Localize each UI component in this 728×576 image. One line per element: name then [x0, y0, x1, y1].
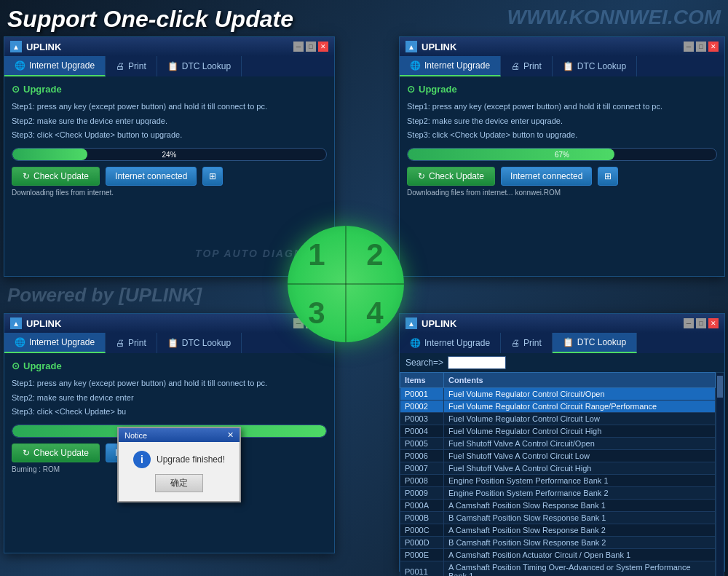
dtc-content-cell: Fuel Volume Regulator Control Circuit/Op… [444, 388, 716, 401]
search-label: Search=> [405, 358, 443, 368]
tab-dtc-1[interactable]: 📋 DTC Lookup [157, 56, 242, 76]
dtc-item-cell: P0008 [400, 475, 444, 487]
table-row[interactable]: P0007Fuel Shutoff Valve A Control Circui… [400, 462, 716, 475]
scroll-thumb[interactable] [717, 376, 723, 398]
title-bar-2: ▲ UPLINK ─ □ ✕ [400, 37, 724, 56]
dtc-item-cell: P000A [400, 500, 444, 512]
table-row[interactable]: P0003Fuel Volume Regulator Control Circu… [400, 413, 716, 425]
minimize-btn-2[interactable]: ─ [684, 42, 694, 52]
app-icon-2: ▲ [405, 41, 417, 52]
maximize-btn-2[interactable]: □ [696, 42, 706, 52]
dtc-item-cell: P000C [400, 524, 444, 537]
notice-ok-btn[interactable]: 确定 [155, 474, 203, 492]
tab-print-3[interactable]: 🖨 Print [106, 333, 157, 353]
maximize-btn-1[interactable]: □ [306, 42, 316, 52]
tab-bar-1: 🌐 Internet Upgrade 🖨 Print 📋 DTC Lookup [4, 56, 334, 76]
tab-bar-2: 🌐 Internet Upgrade 🖨 Print 📋 DTC Lookup [400, 56, 724, 76]
window-controls-2[interactable]: ─ □ ✕ [684, 42, 719, 52]
progress-text-1: 24% [162, 150, 176, 158]
notice-body: i Upgrade finished! 确定 [119, 442, 240, 501]
table-row[interactable]: P0008Engine Position System Performance … [400, 475, 716, 487]
progress-fill-2 [408, 149, 614, 160]
table-row[interactable]: P000DB Camshaft Position Slow Response B… [400, 537, 716, 549]
tab-print-2[interactable]: 🖨 Print [501, 56, 553, 76]
progress-text-2: 67% [555, 150, 569, 158]
progress-bar-2: 67% [407, 148, 717, 161]
maximize-btn-4[interactable]: □ [696, 318, 706, 328]
dtc-content-cell: Engine Position System Performance Bank … [444, 475, 716, 487]
title-bar-3: ▲ UPLINK ─ □ ✕ [4, 314, 334, 333]
table-row[interactable]: P0011A Camshaft Position Timing Over-Adv… [400, 561, 716, 577]
tab-dtc-2[interactable]: 📋 DTC Lookup [553, 56, 637, 76]
check-update-btn-3[interactable]: ↻ Check Update [12, 443, 100, 462]
notice-message-row: i Upgrade finished! [133, 451, 225, 468]
table-row[interactable]: P0002Fuel Volume Regulator Control Circu… [400, 401, 716, 413]
table-row[interactable]: P0004Fuel Volume Regulator Control Circu… [400, 425, 716, 438]
search-input[interactable] [448, 356, 506, 369]
window-title-4: UPLINK [422, 318, 456, 329]
window-title-2: UPLINK [422, 42, 456, 52]
dtc-item-cell: P0004 [400, 425, 444, 438]
table-row[interactable]: P000EA Camshaft Position Actuator Circui… [400, 549, 716, 561]
icon-btn-2[interactable]: ⊞ [598, 167, 618, 186]
title-bar-1: ▲ UPLINK ─ □ ✕ [4, 37, 334, 56]
window-controls-1[interactable]: ─ □ ✕ [293, 42, 328, 52]
status-text-1: Downloading files from internet. [12, 186, 327, 200]
print-icon-3: 🖨 [116, 338, 124, 348]
circle-overlay: 1 2 3 4 [288, 226, 404, 342]
tab-dtc-4[interactable]: 📋 DTC Lookup [553, 333, 637, 353]
window-1: ▲ UPLINK ─ □ ✕ 🌐 Internet Upgrade 🖨 Prin… [4, 36, 335, 277]
tab-internet-upgrade-4[interactable]: 🌐 Internet Upgrade [400, 333, 501, 353]
dtc-content-cell: Fuel Shutoff Valve A Control Circuit Hig… [444, 462, 716, 475]
scroll-bar[interactable] [716, 372, 724, 576]
table-row[interactable]: P0005Fuel Shutoff Valve A Control Circui… [400, 438, 716, 450]
dtc-table: Items Contents P0001Fuel Volume Regulato… [400, 372, 716, 576]
circle-divider-v [345, 226, 347, 342]
notice-message: Upgrade finished! [157, 454, 225, 465]
tab-internet-upgrade-2[interactable]: 🌐 Internet Upgrade [400, 56, 501, 76]
table-row[interactable]: P000AA Camshaft Position Slow Response B… [400, 500, 716, 512]
tab-internet-upgrade-1[interactable]: 🌐 Internet Upgrade [4, 56, 106, 76]
radio-icon-3: ⊙ [12, 360, 20, 371]
minimize-btn-1[interactable]: ─ [293, 42, 304, 52]
dtc-item-cell: P0006 [400, 450, 444, 462]
step2-2: Step2: make sure the device enter upqrad… [407, 115, 717, 128]
table-row[interactable]: P0001Fuel Volume Regulator Control Circu… [400, 388, 716, 401]
tab-print-4[interactable]: 🖨 Print [501, 333, 553, 353]
step1-2: Step1: press any key (except power butto… [407, 100, 717, 114]
tab-print-1[interactable]: 🖨 Print [106, 56, 157, 76]
tab-dtc-3[interactable]: 📋 DTC Lookup [157, 333, 242, 353]
radio-icon-1: ⊙ [12, 84, 20, 95]
refresh-icon-3: ↻ [23, 448, 30, 458]
minimize-btn-4[interactable]: ─ [684, 318, 694, 328]
tab-bar-4: 🌐 Internet Upgrade 🖨 Print 📋 DTC Lookup [400, 333, 724, 353]
dtc-item-cell: P0002 [400, 401, 444, 413]
step3-3: Step3: click <Check Update> bu [12, 406, 327, 419]
table-row[interactable]: P000BB Camshaft Position Slow Response B… [400, 512, 716, 524]
table-row[interactable]: P0009Engine Position System Performance … [400, 487, 716, 500]
app-icon-4: ▲ [405, 317, 417, 329]
check-update-btn-1[interactable]: ↻ Check Update [12, 167, 100, 186]
tab-internet-upgrade-3[interactable]: 🌐 Internet Upgrade [4, 333, 106, 353]
dtc-item-cell: P000B [400, 512, 444, 524]
dtc-content-cell: Fuel Shutoff Valve A Control Circuit Low [444, 450, 716, 462]
window-controls-4[interactable]: ─ □ ✕ [684, 318, 719, 328]
col-items: Items [400, 373, 444, 388]
content-2: ⊙ Upgrade Step1: press any key (except p… [400, 76, 724, 207]
table-row[interactable]: P000CA Camshaft Position Slow Response B… [400, 524, 716, 537]
internet-connected-btn-1[interactable]: Internet connected [106, 167, 197, 186]
col-contents: Contents [444, 373, 716, 388]
internet-connected-btn-2[interactable]: Internet connected [501, 167, 592, 186]
dtc-content-cell: A Camshaft Position Actuator Circuit / O… [444, 549, 716, 561]
close-btn-2[interactable]: ✕ [708, 42, 719, 52]
app-icon-1: ▲ [10, 41, 22, 52]
close-btn-1[interactable]: ✕ [318, 42, 328, 52]
table-row[interactable]: P0006Fuel Shutoff Valve A Control Circui… [400, 450, 716, 462]
check-update-btn-2[interactable]: ↻ Check Update [407, 167, 495, 186]
window-2: ▲ UPLINK ─ □ ✕ 🌐 Internet Upgrade 🖨 Prin… [399, 36, 725, 277]
powered-by-label: Powered by [UPLINK] [7, 284, 202, 307]
notice-close-icon[interactable]: ✕ [227, 430, 234, 440]
close-btn-4[interactable]: ✕ [708, 318, 719, 328]
icon-btn-1[interactable]: ⊞ [202, 167, 223, 186]
dtc-content-cell: A Camshaft Position Timing Over-Advanced… [444, 561, 716, 577]
